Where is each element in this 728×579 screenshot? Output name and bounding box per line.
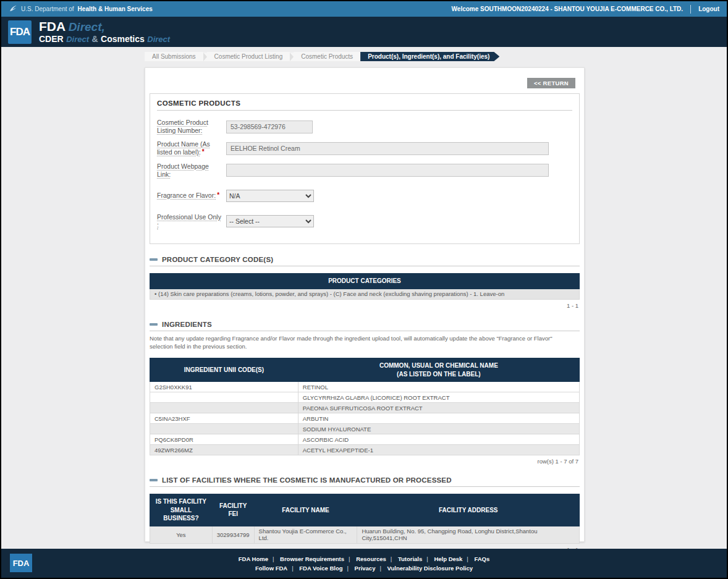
ingredients-note: Note that any update regarding Fragrance… — [150, 334, 576, 352]
subtitle-ampersand: & — [91, 34, 98, 44]
collapse-icon[interactable] — [150, 258, 158, 261]
table-row: Yes 3029934799 Shantou Youjia E-Commerce… — [150, 526, 580, 543]
return-button[interactable]: << RETURN — [527, 78, 575, 88]
footer-links-row1: FDA Home| Browser Requirements| Resource… — [239, 554, 490, 564]
section-title: INGREDIENTS — [162, 321, 212, 328]
table-row: PQ6CK8PD0RASCORBIC ACID — [150, 434, 580, 445]
footer-link-fda-voice-blog[interactable]: FDA Voice Blog — [299, 565, 342, 572]
category-cell: (14) Skin care preparations (creams, lot… — [150, 289, 580, 299]
required-asterisk: * — [217, 192, 219, 198]
fda-logo: FDA — [8, 20, 32, 44]
hhs-dept-prefix: U.S. Department of — [21, 6, 74, 12]
section-ingredients: INGREDIENTS Note that any update regardi… — [150, 321, 580, 465]
facility-fei-cell: 3029934799 — [212, 526, 254, 543]
fragrance-label: Fragrance or Flavor:* — [157, 192, 224, 200]
fragrance-select[interactable]: N/A — [226, 190, 314, 202]
topbar-divider — [690, 5, 691, 14]
professional-use-label: Professional Use Only : — [157, 213, 224, 229]
table-row: PAEONIA SUFFRUTICOSA ROOT EXTRACT — [150, 403, 580, 413]
main-content-card: << RETURN COSMETIC PRODUCTS Cosmetic Pro… — [145, 67, 585, 542]
subtitle-direct1: Direct — [66, 35, 89, 44]
welcome-text: Welcome SOUTHMOON20240224 - SHANTOU YOUJ… — [452, 6, 684, 12]
field-fragrance: Fragrance or Flavor:* N/A — [157, 190, 572, 202]
product-name-input[interactable] — [226, 142, 549, 155]
subtitle-cosmetics: Cosmetics — [101, 34, 145, 44]
screen: U.S. Department of Health & Human Servic… — [0, 0, 728, 579]
hhs-dept-name: Health & Human Services — [78, 6, 153, 12]
hhs-department: U.S. Department of Health & Human Servic… — [9, 4, 153, 14]
logout-link[interactable]: Logout — [698, 6, 719, 12]
footer-link-browser-requirements[interactable]: Browser Requirements — [280, 556, 344, 562]
breadcrumb: All Submissions Cosmetic Product Listing… — [145, 52, 499, 61]
section-facilities: LIST OF FACILITIES WHERE THE COSMETIC IS… — [150, 476, 580, 553]
table-row: SODIUM HYALURONATE — [150, 424, 580, 434]
hhs-eagle-icon — [9, 4, 17, 14]
required-asterisk: * — [202, 148, 205, 155]
breadcrumb-cosmetic-product-listing[interactable]: Cosmetic Product Listing — [207, 52, 290, 61]
product-name-label: Product Name (As listed on label):* — [157, 140, 224, 156]
title-fda: FDA — [39, 19, 66, 33]
breadcrumb-all-submissions[interactable]: All Submissions — [145, 52, 203, 61]
webpage-link-input[interactable] — [226, 164, 549, 177]
app-title: FDA Direct, CDER Direct & Cosmetics Dire… — [39, 20, 170, 44]
webpage-link-label: Product Webpage Link: — [157, 163, 224, 179]
table-row: (14) Skin care preparations (creams, lot… — [150, 289, 580, 299]
small-business-cell: Yes — [150, 526, 213, 543]
collapse-icon[interactable] — [150, 323, 158, 326]
table-row: C5INA23HXFARBUTIN — [150, 413, 580, 424]
footer-link-privacy[interactable]: Privacy — [355, 565, 376, 572]
footer-link-help-desk[interactable]: Help Desk — [434, 556, 462, 562]
facility-name-header: FACILITY NAME — [254, 494, 357, 526]
listing-number-input[interactable] — [226, 120, 313, 133]
facility-address-cell: Huarun Building, No. 95, Changping Road,… — [357, 526, 580, 543]
footer-links-row2: Follow FDA| FDA Voice Blog| Privacy| Vul… — [239, 564, 490, 573]
collapse-icon[interactable] — [150, 479, 158, 481]
app-header: FDA FDA Direct, CDER Direct & Cosmetics … — [1, 17, 727, 47]
footer-link-resources[interactable]: Resources — [356, 556, 386, 562]
footer-link-vulnerability-disclosure[interactable]: Vulnerability Disclosure Policy — [387, 565, 473, 572]
breadcrumb-current-page: Product(s), Ingredient(s), and Facility(… — [360, 52, 499, 61]
section-product-categories: PRODUCT CATEGORY CODE(S) PRODUCT CATEGOR… — [150, 256, 580, 309]
footer-fda-logo: FDA — [10, 554, 32, 572]
section-title: PRODUCT CATEGORY CODE(S) — [162, 256, 273, 263]
table-row: GLYCYRRHIZA GLABRA (LICORICE) ROOT EXTRA… — [150, 392, 580, 403]
subtitle-cder: CDER — [39, 34, 64, 44]
subtitle-direct2: Direct — [147, 35, 170, 44]
categories-table-header: PRODUCT CATEGORIES — [150, 274, 580, 289]
section-title: LIST OF FACILITIES WHERE THE COSMETIC IS… — [162, 476, 452, 484]
small-business-header: IS THIS FACILITY SMALL BUSINESS? — [150, 494, 213, 526]
unii-code-header: INGREDIENT UNII CODE(S) — [150, 358, 298, 382]
title-direct: Direct, — [69, 20, 105, 33]
categories-table: PRODUCT CATEGORIES (14) Skin care prepar… — [150, 273, 580, 300]
field-product-name: Product Name (As listed on label):* — [157, 140, 572, 156]
field-professional-use: Professional Use Only : -- Select -- — [157, 213, 572, 229]
breadcrumb-cosmetic-products[interactable]: Cosmetic Products — [294, 52, 360, 61]
facility-name-cell: Shantou Youjia E-Commerce Co., Ltd. — [254, 526, 357, 543]
ingredients-pagination: row(s) 1 - 7 of 7 — [150, 458, 580, 465]
footer: FDA FDA Home| Browser Requirements| Reso… — [1, 549, 727, 578]
panel-title: COSMETIC PRODUCTS — [157, 99, 572, 111]
professional-use-select[interactable]: -- Select -- — [226, 215, 314, 227]
cosmetic-products-panel: COSMETIC PRODUCTS Cosmetic Product Listi… — [150, 93, 580, 244]
table-row: 49ZWR266MZACETYL HEXAPEPTIDE-1 — [150, 445, 580, 455]
field-listing-number: Cosmetic Product Listing Number: — [157, 119, 572, 135]
ingredients-table: INGREDIENT UNII CODE(S) COMMON, USUAL OR… — [150, 358, 580, 455]
table-row: G2SH0XKK91RETINOL — [150, 382, 580, 392]
facilities-table: IS THIS FACILITY SMALL BUSINESS? FACILIT… — [150, 494, 580, 544]
listing-number-label: Cosmetic Product Listing Number: — [157, 119, 224, 135]
categories-pagination: 1 - 1 — [150, 302, 580, 309]
footer-link-tutorials[interactable]: Tutorials — [398, 556, 422, 562]
footer-link-fda-home[interactable]: FDA Home — [239, 556, 268, 562]
footer-link-follow-fda[interactable]: Follow FDA — [255, 565, 287, 572]
footer-link-faqs[interactable]: FAQs — [474, 556, 489, 562]
government-topbar: U.S. Department of Health & Human Servic… — [1, 1, 727, 17]
facility-address-header: FACILITY ADDRESS — [357, 494, 580, 526]
chemical-name-header: COMMON, USUAL OR CHEMICAL NAME (AS LISTE… — [298, 358, 579, 382]
field-webpage-link: Product Webpage Link: — [157, 163, 572, 179]
facility-fei-header: FACILITY FEI — [212, 494, 254, 526]
